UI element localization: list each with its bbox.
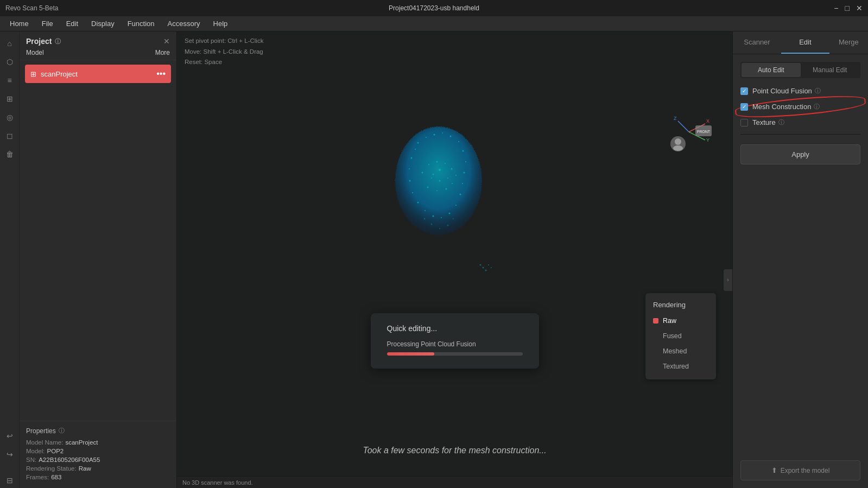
right-panel-content: Auto Edit Manual Edit ✓ Point Cloud Fusi… [733, 54, 868, 460]
properties-label: Properties [26, 427, 56, 435]
project-panel: Project ⓘ ✕ Model More ⊞ scanProject •••… [20, 31, 177, 488]
icon-redo[interactable]: ↪ [2, 447, 17, 462]
render-option-raw[interactable]: Raw [645, 313, 716, 328]
edit-tab-manual[interactable]: Manual Edit [801, 63, 860, 77]
tab-merge[interactable]: Merge [829, 31, 868, 54]
svg-point-38 [447, 178, 448, 179]
app-title: Revo Scan 5-Beta [5, 4, 58, 12]
icon-scan[interactable]: ⬡ [2, 54, 17, 69]
point-cloud-fusion-checkbox[interactable]: ✓ [740, 87, 748, 95]
svg-point-33 [415, 149, 416, 150]
viewport: Set pivot point: Ctrl + L-Click Move: Sh… [177, 31, 732, 488]
tab-scanner[interactable]: Scanner [733, 31, 781, 54]
icon-target[interactable]: ◎ [2, 110, 17, 125]
svg-point-51 [447, 224, 448, 226]
svg-point-15 [442, 132, 443, 134]
svg-point-34 [428, 164, 429, 165]
mesh-construction-info-icon[interactable]: ⓘ [814, 103, 820, 111]
svg-point-10 [673, 145, 683, 151]
svg-point-41 [427, 186, 428, 188]
svg-point-12 [417, 142, 419, 143]
menu-accessory[interactable]: Accessory [162, 17, 206, 30]
menu-display[interactable]: Display [86, 17, 120, 30]
viewport-hints: Set pivot point: Ctrl + L-Click Move: Sh… [177, 31, 732, 72]
right-panel: Scanner Edit Merge Auto Edit Manual Edit… [732, 31, 868, 488]
svg-point-31 [409, 168, 410, 169]
svg-point-11 [395, 126, 482, 235]
menu-file[interactable]: File [36, 17, 59, 30]
hint-3: Reset: Space [185, 57, 725, 68]
svg-point-36 [445, 163, 446, 164]
apply-button[interactable]: Apply [740, 144, 860, 164]
menu-help[interactable]: Help [208, 17, 233, 30]
mesh-construction-highlight: ✓ Mesh Construction ⓘ [740, 103, 860, 111]
svg-point-27 [425, 210, 426, 211]
rendering-title: Rendering [645, 299, 716, 313]
texture-checkbox[interactable] [740, 119, 748, 126]
mesh-construction-row: ✓ Mesh Construction ⓘ [740, 103, 860, 111]
edit-tab-auto[interactable]: Auto Edit [742, 63, 801, 77]
divider [740, 134, 860, 135]
svg-point-50 [439, 228, 440, 229]
restore-button[interactable]: □ [845, 4, 850, 12]
svg-point-57 [491, 267, 492, 268]
minimize-button[interactable]: − [834, 4, 838, 12]
icon-undo[interactable]: ↩ [2, 428, 17, 443]
scan-item-menu-icon[interactable]: ••• [156, 69, 166, 79]
icon-grid[interactable]: ⊞ [2, 91, 17, 106]
svg-point-13 [426, 137, 427, 138]
properties-info-icon[interactable]: ⓘ [59, 427, 65, 435]
tab-more[interactable]: More [155, 49, 170, 56]
viewport-canvas[interactable]: X Y Z FRONT [177, 72, 732, 488]
icon-layers[interactable]: ≡ [2, 73, 17, 88]
menu-function[interactable]: Function [122, 17, 160, 30]
mesh-construction-label: Mesh Construction ⓘ [752, 103, 820, 111]
point-cloud-fusion-info-icon[interactable]: ⓘ [815, 87, 821, 95]
close-button[interactable]: ✕ [856, 4, 863, 12]
svg-line-2 [678, 121, 689, 132]
svg-point-44 [452, 183, 453, 184]
render-label-fused: Fused [663, 332, 682, 340]
svg-text:FRONT: FRONT [697, 130, 711, 134]
checkbox-check-icon: ✓ [742, 88, 746, 94]
title-bar: Revo Scan 5-Beta Project04172023-usb han… [0, 0, 868, 16]
svg-point-46 [455, 175, 457, 176]
svg-point-28 [417, 201, 419, 203]
project-item-scanproject[interactable]: ⊞ scanProject ••• [25, 65, 171, 83]
scan-item-icon: ⊞ [30, 70, 36, 78]
texture-info-icon[interactable]: ⓘ [778, 118, 784, 126]
quick-edit-progress-fill [387, 352, 435, 356]
render-dot-textured [653, 364, 658, 369]
quick-edit-progress-bar [387, 352, 523, 356]
hint-2: Move: Shift + L-Click & Drag [185, 47, 725, 58]
menu-edit[interactable]: Edit [61, 17, 84, 30]
panel-close-button[interactable]: ✕ [163, 37, 170, 46]
render-option-textured[interactable]: Textured [645, 359, 716, 374]
panel-header: Project ⓘ ✕ [20, 31, 176, 49]
icon-cube[interactable]: ◻ [2, 128, 17, 143]
collapse-arrow[interactable]: › [724, 269, 732, 291]
quick-edit-dialog: Quick editing... Processing Point Cloud … [371, 313, 539, 369]
menu-bar: Home File Edit Display Function Accessor… [0, 16, 868, 31]
svg-point-20 [463, 172, 465, 173]
svg-point-37 [451, 168, 452, 169]
tab-model[interactable]: Model [26, 49, 44, 56]
render-option-fused[interactable]: Fused [645, 328, 716, 344]
menu-home[interactable]: Home [4, 17, 34, 30]
icon-home[interactable]: ⌂ [2, 36, 17, 51]
export-label: Export the model [781, 467, 830, 474]
icon-trash[interactable]: 🗑 [2, 147, 17, 162]
icon-layers-bottom[interactable]: ⊟ [2, 473, 17, 488]
panel-info-icon[interactable]: ⓘ [55, 37, 61, 46]
svg-point-35 [436, 161, 438, 162]
export-button[interactable]: ⬆ Export the model [740, 460, 860, 480]
point-cloud-fusion-row: ✓ Point Cloud Fusion ⓘ [740, 87, 860, 95]
svg-point-39 [439, 180, 440, 181]
render-option-meshed[interactable]: Meshed [645, 344, 716, 359]
mesh-construction-checkbox[interactable]: ✓ [740, 103, 748, 111]
panel-actions: ✕ [163, 37, 170, 46]
properties-section: Properties ⓘ Model Name: scanProject Mod… [20, 421, 176, 488]
tab-edit[interactable]: Edit [781, 31, 829, 54]
svg-point-40 [431, 178, 432, 179]
svg-point-21 [462, 183, 463, 184]
